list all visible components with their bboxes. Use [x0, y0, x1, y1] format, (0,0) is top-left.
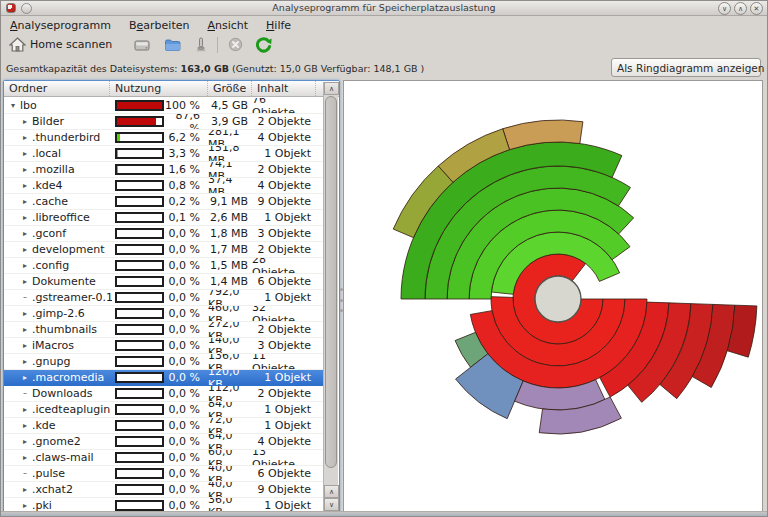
- folder-content-count: 3 Objekte: [252, 338, 315, 353]
- tree-scrollbar[interactable]: ∧ ∧ ∨: [323, 82, 338, 511]
- table-row-.gnupg[interactable]: ▸.gnupg0,0 %136,0 KB11 Objekte: [4, 354, 323, 370]
- expander-icon[interactable]: ▾: [8, 101, 18, 110]
- window-menu-icon[interactable]: [21, 3, 32, 14]
- scan-remote-button[interactable]: [191, 36, 211, 53]
- folder-name: .pulse: [32, 467, 65, 480]
- usage-bar: [115, 324, 164, 335]
- table-row-Bilder[interactable]: ▸Bilder87,6 %3,9 GB2 Objekte: [4, 114, 323, 130]
- app-icon[interactable]: [6, 3, 16, 13]
- shade-button[interactable]: ∨: [718, 2, 731, 15]
- expander-icon[interactable]: ▸: [20, 149, 30, 158]
- table-row-.pki[interactable]: ▸.pki0,0 %36,0 KB1 Objekt: [4, 498, 323, 512]
- column-header-inhalt[interactable]: Inhalt: [252, 81, 316, 96]
- expander-icon[interactable]: ▸: [20, 373, 30, 382]
- expander-icon[interactable]: ▸: [20, 357, 30, 366]
- refresh-button[interactable]: [251, 36, 276, 54]
- scroll-up-button-2[interactable]: ∧: [324, 485, 339, 498]
- scan-filesystem-button[interactable]: [130, 37, 154, 53]
- folder-content-count: 1 Objekt: [252, 402, 315, 417]
- expander-icon[interactable]: ▸: [20, 261, 30, 270]
- expander-icon[interactable]: ▸: [20, 165, 30, 174]
- expander-icon[interactable]: ▸: [20, 133, 30, 142]
- expander-icon[interactable]: ▸: [20, 325, 30, 334]
- expander-icon[interactable]: ▸: [20, 277, 30, 286]
- close-button[interactable]: ✕: [750, 2, 763, 15]
- table-row-Downloads[interactable]: –Downloads0,0 %112,0 KB2 Objekte: [4, 386, 323, 402]
- stop-button[interactable]: [224, 36, 247, 53]
- scroll-down-button[interactable]: ∨: [324, 498, 339, 511]
- folder-name: .gnome2: [32, 435, 81, 448]
- expander-icon[interactable]: ▸: [20, 213, 30, 222]
- folder-content-count: 1 Objekt: [252, 290, 315, 305]
- table-row-.gnome2[interactable]: ▸.gnome20,0 %64,0 KB4 Objekte: [4, 434, 323, 450]
- expander-icon[interactable]: ▸: [20, 117, 30, 126]
- usage-percent: 0,0 %: [164, 403, 208, 416]
- scrollbar-thumb[interactable]: [325, 96, 337, 468]
- table-row-.thunderbird[interactable]: ▸.thunderbird6,2 %281,1 MB4 Objekte: [4, 130, 323, 146]
- expander-icon[interactable]: ▸: [20, 501, 30, 510]
- scroll-up-button[interactable]: ∧: [324, 82, 339, 95]
- table-row-.gconf[interactable]: ▸.gconf0,0 %1,8 MB3 Objekte: [4, 226, 323, 242]
- table-row-.claws-mail[interactable]: ▸.claws-mail0,0 %60,0 KB13 Objekte: [4, 450, 323, 466]
- table-row-.kde[interactable]: ▸.kde0,0 %72,0 KB1 Objekt: [4, 418, 323, 434]
- folder-size: 151,8 MB: [208, 146, 252, 161]
- table-row-.thumbnails[interactable]: ▸.thumbnails0,0 %272,0 KB2 Objekte: [4, 322, 323, 338]
- table-row-.config[interactable]: ▸.config0,0 %1,5 MB28 Objekte: [4, 258, 323, 274]
- expander-icon[interactable]: ▸: [20, 421, 30, 430]
- table-row-.gimp-2.6[interactable]: ▸.gimp-2.60,0 %460,0 KB32 Objekte: [4, 306, 323, 322]
- folder-size: 792,0 KB: [208, 290, 252, 305]
- table-row-.xchat2[interactable]: ▸.xchat20,0 %40,0 KB9 Objekte: [4, 482, 323, 498]
- folder-content-count: 2 Objekte: [252, 114, 315, 129]
- table-row-.gstreamer-0.10[interactable]: –.gstreamer-0.100,0 %792,0 KB1 Objekt: [4, 290, 323, 306]
- expander-icon[interactable]: ▸: [20, 405, 30, 414]
- column-header-groesse[interactable]: Größe∧: [208, 81, 252, 96]
- folder-name: Downloads: [32, 387, 92, 400]
- chart-center-circle[interactable]: [535, 276, 581, 322]
- expander-icon[interactable]: ▸: [20, 229, 30, 238]
- menu-bearbeiten[interactable]: Bearbeiten: [120, 19, 198, 32]
- expander-icon[interactable]: ▸: [20, 309, 30, 318]
- menu-analyseprogramm[interactable]: Analyseprogramm: [1, 19, 120, 32]
- expander-icon[interactable]: ▸: [20, 245, 30, 254]
- expander-icon[interactable]: ▸: [20, 453, 30, 462]
- folder-name: .gimp-2.6: [32, 307, 85, 320]
- expander-icon[interactable]: ▸: [20, 197, 30, 206]
- scan-folder-button[interactable]: [160, 37, 185, 53]
- folder-name: Bilder: [32, 115, 64, 128]
- table-row-.macromedia[interactable]: ▸.macromedia0,0 %120,0 KB1 Objekt: [4, 370, 323, 386]
- folder-content-count: 13 Objekte: [252, 450, 315, 465]
- folder-name: .claws-mail: [32, 451, 94, 464]
- folder-name: Dokumente: [32, 275, 96, 288]
- table-row-.cache[interactable]: ▸.cache0,2 %9,1 MB9 Objekte: [4, 194, 323, 210]
- expander-icon[interactable]: ▸: [20, 437, 30, 446]
- expander-icon[interactable]: ▸: [20, 485, 30, 494]
- table-row-lbo[interactable]: ▾lbo100 %4,5 GB76 Objekte: [4, 98, 323, 114]
- table-row-.pulse[interactable]: –.pulse0,0 %40,0 KB6 Objekte: [4, 466, 323, 482]
- folder-content-count: 9 Objekte: [252, 194, 315, 209]
- expander-icon[interactable]: ▸: [20, 341, 30, 350]
- stop-icon: [228, 37, 243, 52]
- table-row-.libreoffice[interactable]: ▸.libreoffice0,1 %2,6 MB1 Objekt: [4, 210, 323, 226]
- table-row-.icedteaplugin[interactable]: ▸.icedteaplugin0,0 %84,0 KB1 Objekt: [4, 402, 323, 418]
- table-row-.mozilla[interactable]: ▸.mozilla1,6 %74,1 MB2 Objekte: [4, 162, 323, 178]
- usage-bar: [115, 292, 164, 303]
- maximize-button[interactable]: ∧: [734, 2, 747, 15]
- folder-name: .kde4: [32, 179, 63, 192]
- table-row-.local[interactable]: ▸.local3,3 %151,8 MB1 Objekt: [4, 146, 323, 162]
- folder-size: 112,0 KB: [208, 386, 252, 401]
- expander-icon[interactable]: ▸: [20, 181, 30, 190]
- table-row-iMacros[interactable]: ▸iMacros0,0 %140,0 KB3 Objekte: [4, 338, 323, 354]
- remote-scan-icon: [195, 37, 207, 52]
- table-row-.kde4[interactable]: ▸.kde40,8 %37,4 MB4 Objekte: [4, 178, 323, 194]
- menu-ansicht[interactable]: Ansicht: [198, 19, 257, 32]
- usage-bar: [115, 276, 164, 287]
- usage-percent: 100 %: [164, 99, 208, 112]
- table-row-Dokumente[interactable]: ▸Dokumente0,0 %1,4 MB6 Objekte: [4, 274, 323, 290]
- menu-hilfe[interactable]: Hilfe: [257, 19, 300, 32]
- scan-home-button[interactable]: Home scannen: [5, 36, 116, 53]
- view-mode-select[interactable]: Als Ringdiagramm anzeigen ∨: [611, 58, 761, 77]
- table-row-development[interactable]: ▸development0,0 %1,7 MB2 Objekte: [4, 242, 323, 258]
- column-header-ordner[interactable]: Ordner: [4, 81, 110, 96]
- column-header-nutzung[interactable]: Nutzung: [110, 81, 208, 96]
- folder-name: .gconf: [32, 227, 66, 240]
